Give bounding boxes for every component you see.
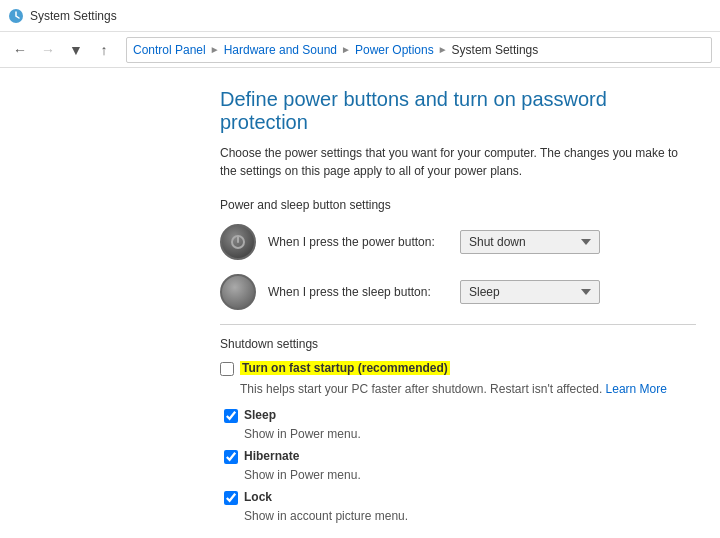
lock-checkbox-group: Lock Show in account picture menu.	[224, 490, 696, 523]
page-description: Choose the power settings that you want …	[220, 144, 696, 180]
sleep-checkbox-group: Sleep Show in Power menu.	[224, 408, 696, 441]
fast-startup-highlight-text: Turn on fast startup (recommended)	[242, 361, 448, 375]
section-divider	[220, 324, 696, 325]
sleep-checkbox-label[interactable]: Sleep	[244, 408, 276, 422]
lock-checkbox-row: Lock	[224, 490, 696, 505]
up-button[interactable]: ↑	[92, 38, 116, 62]
fast-startup-description: This helps start your PC faster after sh…	[240, 380, 696, 398]
power-sleep-section-label: Power and sleep button settings	[220, 198, 696, 212]
sleep-button-row: When I press the sleep button: Do nothin…	[220, 274, 696, 310]
breadcrumb-hardware-sound[interactable]: Hardware and Sound	[224, 43, 337, 57]
fast-startup-label[interactable]: Turn on fast startup (recommended)	[240, 361, 450, 375]
power-button-row: When I press the power button: Do nothin…	[220, 224, 696, 260]
breadcrumb-control-panel[interactable]: Control Panel	[133, 43, 206, 57]
breadcrumb: Control Panel ► Hardware and Sound ► Pow…	[126, 37, 712, 63]
breadcrumb-system-settings: System Settings	[452, 43, 539, 57]
sleep-checkbox-row: Sleep	[224, 408, 696, 423]
title-bar: System Settings	[0, 0, 720, 32]
power-button-dropdown[interactable]: Do nothing Sleep Hibernate Shut down Tur…	[460, 230, 600, 254]
power-icon	[220, 224, 256, 260]
fast-startup-checkbox[interactable]	[220, 362, 234, 376]
app-icon	[8, 8, 24, 24]
nav-bar: ← → ▼ ↑ Control Panel ► Hardware and Sou…	[0, 32, 720, 68]
lock-checkbox[interactable]	[224, 491, 238, 505]
breadcrumb-sep-3: ►	[438, 44, 448, 55]
breadcrumb-sep-2: ►	[341, 44, 351, 55]
power-sleep-section: Power and sleep button settings When I p…	[220, 198, 696, 310]
forward-button[interactable]: →	[36, 38, 60, 62]
hibernate-checkbox-row: Hibernate	[224, 449, 696, 464]
shutdown-section: Shutdown settings Turn on fast startup (…	[220, 337, 696, 523]
hibernate-checkbox-label[interactable]: Hibernate	[244, 449, 299, 463]
learn-more-link[interactable]: Learn More	[606, 382, 667, 396]
back-button[interactable]: ←	[8, 38, 32, 62]
fast-startup-row: Turn on fast startup (recommended)	[220, 361, 696, 376]
sleep-checkbox-desc: Show in Power menu.	[244, 427, 696, 441]
hibernate-checkbox-group: Hibernate Show in Power menu.	[224, 449, 696, 482]
title-bar-text: System Settings	[30, 9, 117, 23]
recent-button[interactable]: ▼	[64, 38, 88, 62]
page-title: Define power buttons and turn on passwor…	[220, 88, 696, 134]
sleep-icon	[220, 274, 256, 310]
lock-checkbox-label[interactable]: Lock	[244, 490, 272, 504]
hibernate-checkbox[interactable]	[224, 450, 238, 464]
lock-checkbox-desc: Show in account picture menu.	[244, 509, 696, 523]
sleep-button-dropdown[interactable]: Do nothing Sleep Hibernate Shut down Tur…	[460, 280, 600, 304]
shutdown-section-label: Shutdown settings	[220, 337, 696, 351]
sleep-button-label: When I press the sleep button:	[268, 285, 448, 299]
power-button-label: When I press the power button:	[268, 235, 448, 249]
breadcrumb-sep-1: ►	[210, 44, 220, 55]
sleep-checkbox[interactable]	[224, 409, 238, 423]
main-content: Define power buttons and turn on passwor…	[0, 68, 720, 538]
hibernate-checkbox-desc: Show in Power menu.	[244, 468, 696, 482]
breadcrumb-power-options[interactable]: Power Options	[355, 43, 434, 57]
